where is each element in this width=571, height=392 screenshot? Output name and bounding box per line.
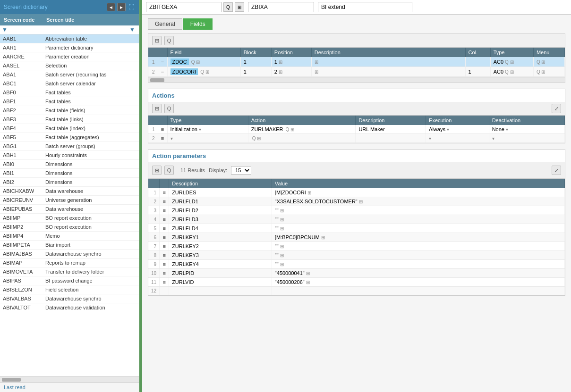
field1-search-btn[interactable]: Q [223,2,233,12]
sidebar-code: ABICHXABW [2,188,44,194]
row-icon: ≡ [160,224,169,233]
tab-fields[interactable]: Fields [183,18,213,30]
row-icon: ≡ [158,125,167,134]
sidebar-row[interactable]: ABIIMPBO report execution [0,214,139,223]
sidebar-row[interactable]: AAR1Parameter dictionary [0,43,139,52]
sidebar-code: ABI1 [2,170,44,176]
table-row[interactable]: 3 ≡ ZURLFLD2 "" ⊞ [148,206,565,215]
table-row[interactable]: 2 ≡ ZURLFLD1 "X3SALESX.SOLDTOCUSTOMER" ⊞ [148,197,565,206]
action-params-header: ⊞ Q 11 Results Display: 15 25 50 ⤢ [148,162,565,179]
row-icon: ≡ [160,278,169,287]
params-table-icon[interactable]: ⊞ [152,166,162,175]
sidebar-row[interactable]: ABF5Fact table (aggregates) [0,133,139,142]
desc-cell: ZURLVID [169,278,272,287]
sidebar-row[interactable]: ABH1Hourly constraints [0,151,139,160]
table-row[interactable]: 5 ≡ ZURLFLD4 "" ⊞ [148,224,565,233]
actions-search-icon[interactable]: Q [164,104,174,113]
row-icon: ≡ [160,233,169,242]
sidebar-row[interactable]: AAB1Abbreviation table [0,34,139,43]
results-bar: 11 Results Display: 15 25 50 [177,164,255,176]
th-col: Col. [465,48,490,57]
sidebar-code: ABIIMP2 [2,224,44,230]
table-row[interactable]: 12 [148,287,565,295]
desc-cell: ZURLKEY4 [169,260,272,269]
table-row[interactable]: 2 ≡ ZDOCORI Q ⊞ 1 2 ⊞ ⊞ 1 AC0 Q ⊞ Q ⊞ [148,67,565,77]
sidebar-row[interactable]: ABIMAPReports to remap [0,259,139,267]
sidebar-code: ABIPAS [2,277,44,284]
value-cell: [M:BPC0]BPCNUM ⊞ [272,233,564,242]
sidebar-row[interactable]: ABI1Dimensions [0,169,139,178]
th-act-icon [158,116,167,125]
expand-sidebar-button[interactable]: ⛶ [128,3,135,11]
field-cell: ZDOC Q ⊞ [167,57,240,67]
fields-table: Field Block Position Description Col. Ty… [148,48,565,77]
sidebar-row[interactable]: ABIIMPETABiar import [0,241,139,250]
field2-input[interactable] [248,2,314,12]
next-button[interactable]: ► [117,3,126,11]
sidebar-row[interactable]: ABA1Batch server (recurring tas [0,70,139,79]
sidebar-row[interactable]: ABIVALTOTDatawarehouse validation [0,303,139,312]
action-params-section: Action parameters ⊞ Q 11 Results Display… [148,149,565,296]
sidebar-row[interactable]: ABIMOVETATransfer to delivery folder [0,267,139,276]
sidebar-row[interactable]: ABIEPUBASData warehouse [0,205,139,214]
table-row[interactable]: 2 ≡ ▾ Q ⊞ ▾ ▾ [148,134,565,143]
th-position: Position [271,48,311,57]
table-row[interactable]: 1 ≡ ZURLDES [M]ZDOCORI ⊞ [148,188,565,197]
sidebar-row[interactable]: AASELSelection [0,61,139,70]
fields-table-icon[interactable]: ⊞ [152,36,162,45]
display-select[interactable]: 15 25 50 [231,166,251,175]
sidebar-list: AAB1Abbreviation tableAAR1Parameter dict… [0,34,139,376]
params-expand-icon[interactable]: ⤢ [552,166,561,175]
table-row[interactable]: 11 ≡ ZURLVID "450000206" ⊞ [148,278,565,287]
action-params-title: Action parameters [152,152,206,159]
filter-icon-code: ▼ [2,26,8,33]
table-row[interactable]: 8 ≡ ZURLKEY3 "" ⊞ [148,251,565,260]
sidebar-code: ABIVALBAS [2,295,44,302]
sidebar-row[interactable]: ABC1Batch server calendar [0,79,139,88]
table-row[interactable]: 1 ≡ Initialization ▾ ZURLMAKER Q ⊞ URL M… [148,125,565,134]
sidebar-row[interactable]: ABF2Fact table (fields) [0,106,139,115]
fields-section: ⊞ Q Field Block Position Description Col… [148,33,565,83]
row-icon: ≡ [158,57,167,67]
field1-extra-btn[interactable]: ⊞ [235,2,244,12]
sidebar-row[interactable]: AARCREParameter creation [0,52,139,61]
sidebar-title-cell: BO report execution [44,224,137,230]
sidebar-row[interactable]: ABF0Fact tables [0,88,139,97]
sidebar-row[interactable]: ABISELZONField selection [0,285,139,294]
sidebar-row[interactable]: ABI2Dimensions [0,178,139,187]
block-cell: 1 [240,67,271,77]
sidebar-row[interactable]: ABIVALBASDatawarehouse synchro [0,294,139,303]
sidebar-row[interactable]: ABG1Batch server (groups) [0,142,139,151]
sidebar-row[interactable]: ABF1Fact tables [0,97,139,106]
table-row[interactable]: 7 ≡ ZURLKEY2 "" ⊞ [148,242,565,251]
sidebar-row[interactable]: ABIIMP4Memo [0,232,139,241]
block-cell: 1 [240,57,271,67]
sidebar-row[interactable]: ABF3Fact table (links) [0,115,139,124]
value-cell: [M]ZDOCORI ⊞ [272,188,564,197]
sidebar-row[interactable]: ABF4Fact table (index) [0,124,139,133]
actions-table-icon[interactable]: ⊞ [152,104,162,113]
sidebar-row[interactable]: ABIPASBI password change [0,276,139,285]
table-row[interactable]: 1 ≡ ZDOC Q ⊞ 1 1 ⊞ ⊞ AC0 Q ⊞ Q ⊞ [148,57,565,67]
sidebar-row[interactable]: ABIIMP2BO report execution [0,223,139,232]
actions-expand-icon[interactable]: ⤢ [552,104,561,113]
sidebar-hscroll[interactable] [0,376,139,382]
fields-search-icon[interactable]: Q [164,36,174,45]
table-row[interactable]: 9 ≡ ZURLKEY4 "" ⊞ [148,260,565,269]
sidebar-row[interactable]: ABICHXABWData warehouse [0,187,139,196]
tab-general[interactable]: General [148,18,182,30]
table-row[interactable]: 4 ≡ ZURLFLD3 "" ⊞ [148,215,565,224]
prev-button[interactable]: ◄ [107,3,115,11]
top-bar: Q ⊞ [142,0,571,15]
field1-input[interactable] [146,2,222,12]
table-row[interactable]: 10 ≡ ZURLPID "450000041" ⊞ [148,269,565,278]
field3-input[interactable] [318,2,412,12]
params-search-icon[interactable]: Q [164,166,174,175]
sidebar-title-cell: Parameter creation [44,53,137,60]
fields-hscroll[interactable] [148,77,565,83]
sidebar-row[interactable]: ABI0Dimensions [0,160,139,169]
sidebar-row[interactable]: ABIMAJBASDatawarehouse synchro [0,250,139,259]
sidebar-row[interactable]: ABICREUNVUniverse generation [0,196,139,205]
table-row[interactable]: 6 ≡ ZURLKEY1 [M:BPC0]BPCNUM ⊞ [148,233,565,242]
th-menu: Menu [533,48,564,57]
